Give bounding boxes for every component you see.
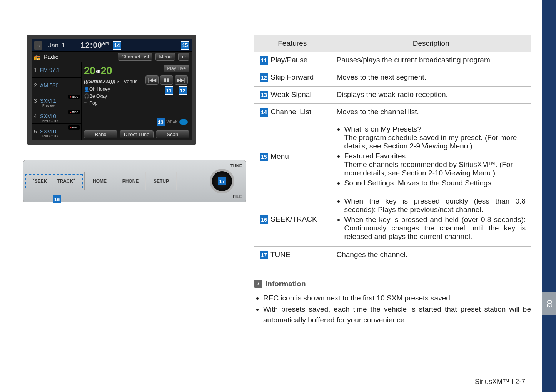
page-footer: SiriusXM™ I 2-7: [475, 378, 525, 386]
hardware-panel: ˅SEEK TRACK˄ HOME PHONE SETUP TUNE FILE …: [23, 160, 246, 202]
preset-label: SXM 0: [40, 113, 56, 119]
table-row: 16 SEEK/TRACK When the key is pressed qu…: [254, 193, 531, 247]
channel-list-button[interactable]: Channel List: [118, 53, 152, 61]
rec-badge: REC: [68, 110, 80, 114]
callout-11: 11: [165, 86, 173, 95]
genre: Pop: [89, 100, 97, 106]
callout-14: 14: [113, 41, 121, 50]
back-button[interactable]: ↩: [178, 53, 189, 61]
home-hw-button[interactable]: HOME: [84, 172, 115, 190]
feature-desc: What is on My Presets?The program schedu…: [331, 121, 531, 193]
th-features: Features: [254, 35, 331, 52]
seek-track-group[interactable]: ˅SEEK TRACK˄: [25, 174, 83, 188]
preset-num: 5: [34, 128, 40, 135]
feature-desc: When the key is pressed quickly (less th…: [331, 193, 531, 247]
preset-num: 4: [34, 113, 40, 119]
direct-tune-button[interactable]: Direct Tune: [120, 130, 153, 138]
preset-num: 2: [34, 82, 40, 88]
table-row: 11 Play/Pause Pauses/plays the current b…: [254, 52, 531, 69]
track-metadata: 👤Oh Honey 🎧Be Okay ≡Pop: [84, 86, 189, 107]
th-description: Description: [331, 35, 531, 52]
preset-item[interactable]: 4 SXM 0 RADIO ID REC: [32, 108, 81, 124]
scan-button[interactable]: Scan: [156, 130, 189, 138]
preset-num: 1: [34, 67, 40, 73]
play-pause-button[interactable]: ▮▮: [160, 75, 173, 85]
artist-icon: 👤: [84, 86, 89, 93]
callout-15: 15: [181, 41, 189, 50]
band-button[interactable]: Band: [84, 130, 117, 138]
weak-label: WEAK: [167, 120, 178, 124]
feature-name: Play/Pause: [270, 56, 307, 64]
callout-12-doc: 12: [259, 73, 269, 82]
title-icon: 🎧: [84, 93, 89, 100]
callout-13: 13: [157, 118, 165, 126]
preset-label: SXM 1: [40, 98, 56, 104]
callout-11-doc: 11: [259, 56, 269, 65]
section-number: 02: [542, 292, 556, 315]
rec-badge: REC: [68, 95, 80, 99]
feature-desc: Displays the weak radio reception.: [331, 87, 531, 104]
track-title: Be Okay: [89, 93, 107, 99]
time-value: 12:00: [81, 41, 102, 49]
bottom-bar: Band Direct Tune Scan: [82, 128, 192, 140]
phone-hw-button[interactable]: PHONE: [115, 172, 146, 190]
feature-desc: Moves to the next segment.: [331, 69, 531, 87]
callout-16-doc: 16: [259, 215, 269, 224]
information-block: i Information REC icon is shown next to …: [254, 280, 531, 332]
genre-icon: ≡: [84, 100, 89, 107]
play-live-button[interactable]: Play Live: [164, 65, 189, 72]
magnifier-icon[interactable]: [179, 119, 188, 125]
tune-label: TUNE: [230, 163, 242, 168]
mode-label: Radio: [43, 53, 58, 60]
home-icon[interactable]: ⌂: [34, 41, 42, 50]
rec-badge: REC: [68, 125, 80, 130]
preset-item[interactable]: 2 AM 530: [32, 78, 81, 93]
table-row: 13 Weak Signal Displays the weak radio r…: [254, 87, 531, 104]
feature-desc: Moves to the channel list.: [331, 104, 531, 121]
feature-name: Skip Forward: [270, 73, 314, 81]
radio-screenshot: ⌂ Jan. 1 12:00AM 14 15 📻 Radio Channel L…: [27, 35, 196, 145]
feature-name: Weak Signal: [270, 90, 311, 98]
skip-forward-button[interactable]: ▶▶|: [175, 75, 188, 85]
callout-12: 12: [179, 86, 187, 95]
preset-list: 1 FM 97.1 2 AM 530 3 SXM 1 Preview REC: [32, 62, 82, 140]
setup-hw-button[interactable]: SETUP: [146, 172, 177, 190]
preset-item[interactable]: 5 SXM 0 RADIO ID REC: [32, 124, 81, 139]
table-row: 17 TUNE Changes the channel.: [254, 247, 531, 264]
feature-name: Menu: [270, 152, 289, 160]
divider: [313, 284, 531, 284]
seek-down-label: ˅SEEK: [32, 178, 47, 184]
callout-17-doc: 17: [259, 250, 269, 260]
preset-label: SXM 0: [40, 128, 56, 135]
preset-sub: Preview: [42, 103, 55, 107]
siriusxm-logo: (((SiriusXM))): [84, 78, 115, 84]
menu-bar: 📻 Radio Channel List Menu ↩: [32, 52, 192, 62]
artist: Oh Honey: [89, 87, 110, 92]
callout-17: 17: [218, 177, 226, 185]
divider: [254, 332, 531, 332]
file-label: FILE: [233, 194, 242, 199]
weak-signal-indicator: 13 WEAK: [157, 118, 188, 126]
callout-14-doc: 14: [259, 108, 269, 117]
radio-icon: 📻: [34, 54, 40, 60]
preset-item[interactable]: 1 FM 97.1: [32, 62, 81, 78]
table-row: 14 Channel List Moves to the channel lis…: [254, 104, 531, 121]
skip-back-button[interactable]: |◀◀: [145, 75, 159, 85]
feature-name: TUNE: [270, 250, 291, 259]
callout-13-doc: 13: [259, 90, 269, 100]
menu-button[interactable]: Menu: [155, 53, 175, 61]
info-item: With presets saved, each time the vehicl…: [263, 304, 531, 326]
clock-time: 12:00AM: [81, 41, 109, 50]
preset-sub: RADIO ID: [42, 119, 58, 123]
preset-item[interactable]: 3 SXM 1 Preview REC: [32, 93, 81, 108]
preset-label: AM 530: [40, 82, 58, 88]
info-heading: Information: [265, 280, 306, 288]
info-item: REC icon is shown next to the first 10 S…: [263, 293, 531, 304]
table-row: 12 Skip Forward Moves to the next segmen…: [254, 69, 531, 87]
callout-15-doc: 15: [259, 152, 269, 162]
side-tab: 02: [542, 0, 556, 392]
track-up-label: TRACK˄: [57, 178, 75, 184]
tune-knob[interactable]: 17: [210, 169, 234, 193]
info-icon: i: [254, 280, 262, 288]
preset-sub: RADIO ID: [42, 134, 58, 138]
